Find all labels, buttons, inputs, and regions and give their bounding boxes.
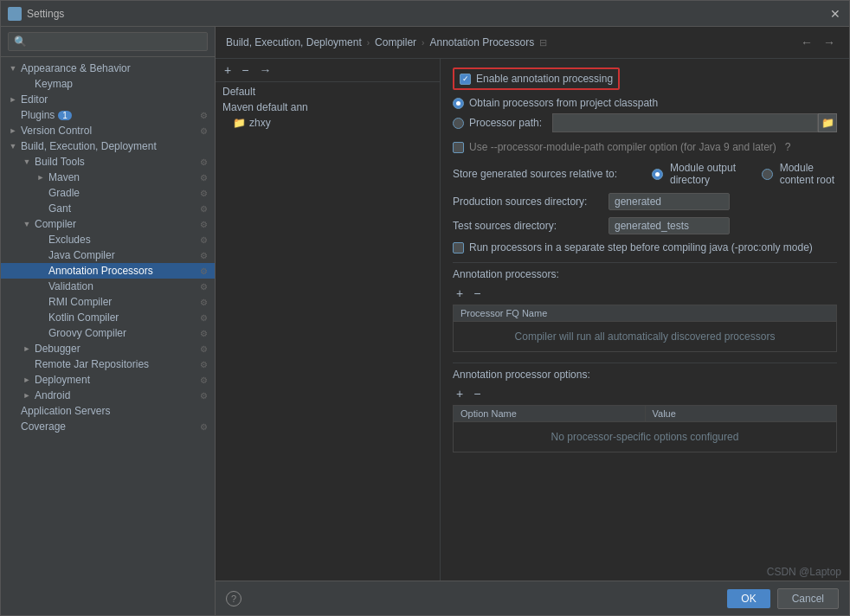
sidebar-item-android[interactable]: ► Android ⚙ <box>1 388 215 403</box>
svg-rect-1 <box>16 10 19 13</box>
sidebar-label: Version Control <box>21 125 92 137</box>
sidebar-label: Application Servers <box>21 405 110 417</box>
sidebar-tree: ▼ Appearance & Behavior Keymap ► Editor … <box>1 57 215 615</box>
sidebar-label: RMI Compiler <box>48 296 112 308</box>
breadcrumb-bar: Build, Execution, Deployment › Compiler … <box>216 27 849 59</box>
sidebar-label: Java Compiler <box>48 249 115 261</box>
sidebar-item-coverage[interactable]: Coverage ⚙ <box>1 419 215 434</box>
sidebar-item-validation[interactable]: Validation ⚙ <box>1 279 215 294</box>
module-output-radio[interactable] <box>652 169 663 180</box>
sidebar-item-version-control[interactable]: ► Version Control ⚙ <box>1 123 215 138</box>
sidebar-item-remote-jar[interactable]: Remote Jar Repositories ⚙ <box>1 356 215 372</box>
gear-icon: ⚙ <box>200 344 208 354</box>
profile-maven-default[interactable]: Maven default ann <box>216 99 440 115</box>
breadcrumb: Build, Execution, Deployment › Compiler … <box>226 36 547 48</box>
sidebar-item-kotlin-compiler[interactable]: Kotlin Compiler ⚙ <box>1 310 215 325</box>
module-content-radio[interactable] <box>762 169 773 180</box>
remove-option-button[interactable]: − <box>470 386 484 401</box>
processor-path-label: Processor path: <box>469 117 542 129</box>
sidebar-label: Annotation Processors <box>48 265 153 277</box>
svg-rect-3 <box>16 15 19 18</box>
add-option-button[interactable]: + <box>453 386 467 401</box>
sidebar-item-excludes[interactable]: Excludes ⚙ <box>1 232 215 247</box>
gear-icon: ⚙ <box>200 360 208 369</box>
sidebar-label: Groovy Compiler <box>48 327 126 339</box>
run-processors-label: Run processors in a separate step before… <box>469 241 813 253</box>
breadcrumb-arrow: › <box>367 38 370 48</box>
add-profile-button[interactable]: + <box>221 62 235 78</box>
sidebar-item-annotation-processors[interactable]: Annotation Processors ⚙ <box>1 263 215 279</box>
sidebar-item-appearance[interactable]: ▼ Appearance & Behavior <box>1 61 215 76</box>
sidebar-item-gant[interactable]: Gant ⚙ <box>1 201 215 216</box>
search-input[interactable] <box>8 32 208 51</box>
test-sources-input[interactable] <box>609 217 730 234</box>
sidebar-item-java-compiler[interactable]: Java Compiler ⚙ <box>1 247 215 263</box>
cancel-button[interactable]: Cancel <box>777 588 839 609</box>
sidebar-item-keymap[interactable]: Keymap <box>1 76 215 92</box>
sidebar-label: Kotlin Compiler <box>48 311 119 324</box>
sidebar-label: Debugger <box>35 343 80 355</box>
enable-processing-checkbox[interactable] <box>460 74 471 85</box>
sidebar-item-maven[interactable]: ► Maven ⚙ <box>1 170 215 185</box>
remove-profile-button[interactable]: − <box>238 62 252 78</box>
sidebar-item-app-servers[interactable]: Application Servers <box>1 403 215 419</box>
store-sources-row: Store generated sources relative to: Mod… <box>453 162 837 186</box>
sidebar-label: Keymap <box>35 78 73 90</box>
sidebar-item-groovy-compiler[interactable]: Groovy Compiler ⚙ <box>1 325 215 341</box>
profile-default-label: Default <box>222 86 255 98</box>
sidebar-label: Maven <box>48 171 80 183</box>
processor-fq-col: Processor FQ Name <box>454 305 836 321</box>
gear-icon: ⚙ <box>200 251 208 260</box>
sidebar-item-debugger[interactable]: ► Debugger ⚙ <box>1 341 215 356</box>
sidebar-label: Compiler <box>35 218 76 230</box>
folder-browse-button[interactable]: 📁 <box>818 113 837 132</box>
gear-icon: ⚙ <box>200 111 208 120</box>
module-output-radio-row: Module output directory <box>652 162 739 186</box>
sidebar-item-compiler[interactable]: ▼ Compiler ⚙ <box>1 216 215 232</box>
sidebar-item-deployment[interactable]: ► Deployment ⚙ <box>1 372 215 388</box>
run-processors-checkbox[interactable] <box>453 242 464 253</box>
expand-icon <box>35 328 46 338</box>
sidebar-item-build-tools[interactable]: ▼ Build Tools ⚙ <box>1 154 215 170</box>
help-button[interactable]: ? <box>226 591 241 606</box>
gear-icon: ⚙ <box>200 189 208 198</box>
sidebar-item-gradle[interactable]: Gradle ⚙ <box>1 185 215 201</box>
expand-icon <box>22 79 32 89</box>
profile-zhxy-label: zhxy <box>249 117 271 129</box>
move-profile-button[interactable]: → <box>255 62 274 78</box>
expand-icon <box>35 297 46 307</box>
sidebar-item-plugins[interactable]: Plugins 1 ⚙ <box>1 107 215 123</box>
sidebar-item-rmi-compiler[interactable]: RMI Compiler ⚙ <box>1 294 215 310</box>
module-path-checkbox[interactable] <box>453 142 464 153</box>
separator2 <box>453 363 837 363</box>
sidebar-label: Build Tools <box>35 156 85 168</box>
remove-processor-button[interactable]: − <box>470 286 484 301</box>
sidebar-item-build-exec[interactable]: ▼ Build, Execution, Deployment <box>1 138 215 154</box>
profile-zhxy[interactable]: 📁 zhxy <box>216 115 440 131</box>
nav-back-button[interactable]: ← <box>797 34 816 51</box>
content-area: Build, Execution, Deployment › Compiler … <box>216 27 849 615</box>
gear-icon: ⚙ <box>200 235 208 245</box>
production-sources-input[interactable] <box>609 193 730 210</box>
options-table: Option Name Value No processor-specific … <box>453 405 837 452</box>
close-button[interactable]: ✕ <box>828 7 842 21</box>
nav-forward-button[interactable]: → <box>820 34 839 51</box>
expand-icon <box>35 188 46 198</box>
sidebar-label: Build, Execution, Deployment <box>21 140 157 152</box>
processor-path-radio[interactable] <box>453 118 464 129</box>
module-content-radio-row: Module content root <box>762 162 837 186</box>
production-sources-row: Production sources directory: <box>453 193 837 210</box>
profile-default[interactable]: Default <box>216 84 440 99</box>
obtain-classpath-label: Obtain processors from project classpath <box>469 97 658 109</box>
add-processor-button[interactable]: + <box>453 286 467 301</box>
expand-icon: ▼ <box>8 63 18 74</box>
processor-path-input[interactable] <box>552 113 818 132</box>
profile-list: Default Maven default ann 📁 zhxy <box>216 82 440 581</box>
ok-button[interactable]: OK <box>727 589 770 608</box>
sidebar-label: Gradle <box>48 187 80 199</box>
processor-path-radio-row: Processor path: 📁 <box>453 113 837 132</box>
options-table-body: No processor-specific options configured <box>454 422 836 452</box>
gear-icon: ⚙ <box>200 220 208 229</box>
sidebar-item-editor[interactable]: ► Editor <box>1 92 215 107</box>
obtain-classpath-radio[interactable] <box>453 98 464 109</box>
